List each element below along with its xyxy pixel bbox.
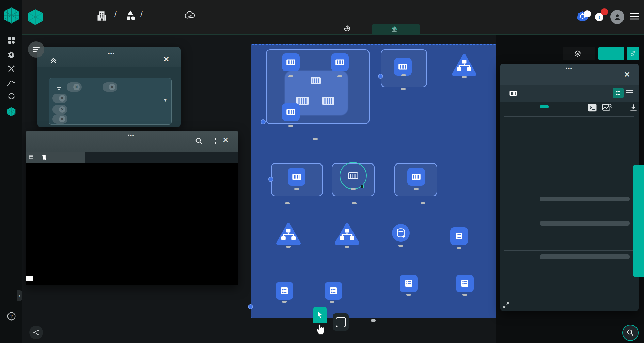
image-value-chip[interactable] [540,197,630,201]
view-toggle-list-button[interactable] [626,89,634,98]
download-logs-icon[interactable] [629,103,638,112]
feedback-tab[interactable] [633,165,644,277]
notification-count-badge[interactable] [601,8,608,15]
filter-chip-service[interactable]: ✕ [52,94,67,103]
configmap-node-kube-root-ca[interactable] [456,275,474,292]
service-node-crawler-service[interactable] [276,223,301,245]
sidebar-collapse-handle[interactable]: › [17,290,22,301]
breadcrumb-separator: / [114,10,117,19]
svg-text:?: ? [10,314,12,319]
share-nodes-button[interactable] [29,326,43,339]
zoom-search-icon [627,329,634,337]
sidebar-item-extensions[interactable] [0,89,22,103]
chip-remove-icon[interactable]: ✕ [109,84,115,90]
filter-chip-configmap[interactable]: ✕ [103,82,117,92]
filter-window: ••• ✕ ✕ ✕ ✕ ✕ ✕ ▼ [37,47,181,127]
container-value-chip[interactable] [540,221,630,226]
terminal-tab-active[interactable] [26,152,85,163]
row-divider [504,161,634,161]
selection-resize-handle[interactable] [361,185,364,188]
copy-link-button[interactable] [627,47,639,60]
node-label [294,188,299,190]
collapse-up-icon[interactable] [50,57,57,64]
namespace-edge-dot[interactable] [248,304,253,309]
pod-node-testcpu[interactable] [407,168,425,186]
canvas-zoom-button[interactable] [622,325,639,341]
open-terminal-icon[interactable] [587,103,597,113]
node-label-web-service [345,246,349,248]
config-view-icon [615,90,621,96]
service-node-api-service[interactable] [452,54,476,76]
sidebar-item-configuration[interactable] [0,62,22,76]
group-edge-dot[interactable] [378,74,383,79]
terminal-fullscreen-icon[interactable] [208,137,216,145]
terminal-search-icon[interactable] [195,137,203,145]
view-toggle-config-button[interactable] [613,88,624,98]
sidebar-item-kanvas-active[interactable] [0,105,22,119]
group-edge-dot[interactable] [268,177,273,182]
filter-dropdown-caret[interactable]: ▼ [163,98,167,102]
chip-remove-icon[interactable]: ✕ [59,95,65,102]
service-node-web-service[interactable] [335,223,359,245]
cloud-sync-icon [184,10,196,20]
designs-icon[interactable] [125,10,136,22]
drag-handle-dots[interactable]: ••• [108,52,115,55]
pvc-node-synergy-api-pvc[interactable] [392,224,410,242]
chip-remove-icon[interactable]: ✕ [73,84,80,90]
node-label-crawler-configmap [457,247,461,249]
terminal-close-icon[interactable]: ✕ [222,136,229,145]
sidebar-item-lifecycle[interactable] [0,48,22,61]
tab-operate[interactable] [372,24,420,35]
node-label-api-service [462,76,467,78]
pod-node-crawler-2[interactable] [282,103,300,121]
filter-funnel-icon [55,84,63,91]
pod-node-testram[interactable] [288,168,305,186]
terminal-drag-dots[interactable]: ••• [128,134,135,137]
filter-window-header[interactable] [37,47,181,67]
filter-input-box[interactable]: ✕ ✕ ✕ ✕ ✕ ▼ [49,78,172,125]
kanvas-logo-icon[interactable] [28,9,43,25]
pod-node-api[interactable] [394,58,412,76]
expand-panel-icon[interactable] [503,302,509,308]
row-divider [504,135,634,135]
filter-chip-pod[interactable]: ✕ [67,82,82,92]
configmap-node-web[interactable] [276,282,293,300]
terminal-cursor-block [26,276,33,281]
chip-remove-icon[interactable]: ✕ [59,116,65,122]
panel-close-icon[interactable]: ✕ [624,70,630,79]
share-button[interactable] [598,47,624,60]
meshery-sidebar-logo[interactable] [4,7,19,24]
layers-icon [574,50,581,57]
sidebar-item-performance[interactable] [0,76,22,90]
layers-button[interactable] [563,47,595,60]
select-tool-button[interactable] [313,307,327,323]
hamburger-menu-icon[interactable] [629,12,640,20]
configmap-node-api[interactable] [325,282,342,300]
status-badge [540,105,549,108]
organization-icon[interactable] [97,10,107,22]
avatar[interactable] [610,10,624,24]
hand-cursor-icon [316,323,326,335]
k8s-context-count-badge[interactable] [584,10,591,17]
group-edge-dot[interactable] [261,119,266,124]
pod-node-crawler-1[interactable] [331,53,349,71]
help-tool-button[interactable] [333,313,349,331]
chip-remove-icon[interactable]: ✕ [59,106,65,113]
sidebar-item-dashboard[interactable] [0,33,22,47]
configmap-node-crawler[interactable] [450,227,468,245]
trash-icon[interactable] [42,154,47,160]
filter-chip-namespace[interactable]: ✕ [52,114,67,124]
image-inspect-icon[interactable] [602,103,612,113]
tab-design[interactable] [343,25,354,32]
pod-node-crawler-3[interactable] [282,53,300,71]
help-button[interactable]: ? [0,309,22,323]
configmap-node-testram[interactable] [400,275,418,292]
node-label-pvc [398,245,403,247]
pod-node-web-selected[interactable] [344,167,362,185]
dock-menu-button[interactable] [28,41,44,58]
volume-mounts-value-chip[interactable] [540,254,630,259]
panel-drag-dots[interactable]: ••• [566,67,573,70]
container-glyph [319,95,337,107]
filter-chip-pvc[interactable]: ✕ [52,105,67,114]
filter-close-icon[interactable]: ✕ [163,54,170,64]
